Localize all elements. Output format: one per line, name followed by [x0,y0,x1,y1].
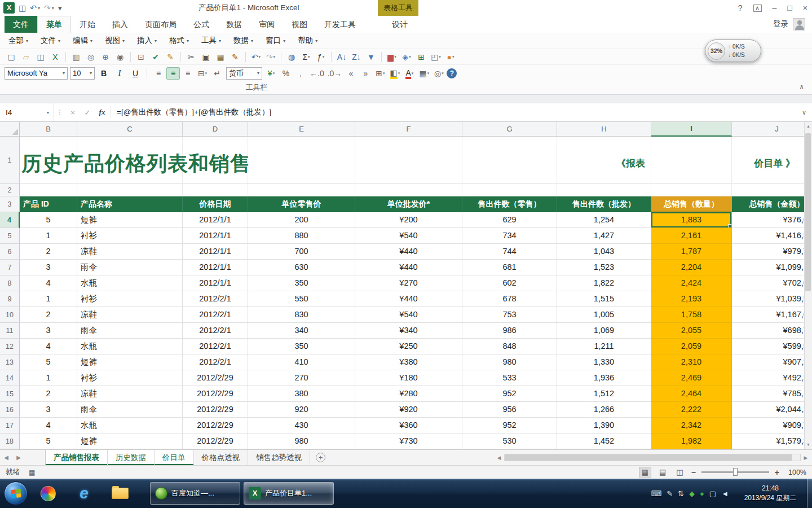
redo-icon[interactable]: ↷▾ [44,4,54,12]
page-break-view-icon[interactable]: ◫ [674,467,685,477]
horizontal-scroll-thumb[interactable] [505,454,792,461]
row-header-17[interactable]: 17 [0,418,20,433]
menu-item-4[interactable]: 插入▾ [131,33,163,49]
ribbon-tab-7[interactable]: 开发工具 [316,16,364,33]
zoom-slider[interactable] [701,471,769,473]
name-box[interactable]: I4 ▾ [0,103,54,121]
increase-indent-icon[interactable]: » [359,67,372,80]
scroll-left-icon[interactable]: ◀ [495,455,503,461]
cell-I9[interactable]: 2,193 [651,291,732,307]
horizontal-scrollbar[interactable]: ◀ ▶ [495,454,810,461]
cell-J12[interactable]: ¥599,550 [732,339,804,354]
cell-G2[interactable] [462,184,557,196]
cell-D11[interactable]: 2012/2/1 [183,323,248,339]
export-excel-icon[interactable]: X [48,51,62,63]
cell-H2[interactable] [557,184,651,196]
cell-H7[interactable]: 1,523 [557,260,651,275]
cell-D18[interactable]: 2012/2/29 [183,433,248,449]
cell-I17[interactable]: 2,342 [651,418,732,433]
menu-item-5[interactable]: 格式▾ [163,33,195,49]
sheet-tab-4[interactable]: 销售趋势透视 [248,450,310,465]
cell-C7[interactable]: 雨伞 [77,260,183,275]
cell-I11[interactable]: 2,055 [651,323,732,339]
cell-G6[interactable]: 744 [462,244,557,260]
cell-I8[interactable]: 2,424 [651,275,732,291]
cell-G11[interactable]: 986 [462,323,557,339]
cell-H13[interactable]: 1,330 [557,354,651,370]
cell-H1[interactable] [557,137,651,184]
row-header-9[interactable]: 9 [0,291,20,307]
find-icon[interactable]: ◉ [113,51,127,63]
cell-F7[interactable]: ¥440 [355,260,462,275]
ribbon-tab-1[interactable]: 插入 [104,16,136,33]
cell-G9[interactable]: 678 [462,291,557,307]
borders-icon[interactable]: ⊞▾ [373,67,387,80]
taskbar-window-1[interactable]: X产品价目单1... [244,482,334,505]
ink-icon[interactable]: ✎ [164,51,177,63]
cell-J6[interactable]: ¥979,720 [732,244,804,260]
paste-icon[interactable]: ▦ [214,51,227,63]
cell-G1[interactable] [462,137,557,184]
cell-G12[interactable]: 848 [462,339,557,354]
row-header-1[interactable]: 1 [0,137,20,184]
row-header-14[interactable]: 14 [0,370,20,386]
cell-B2[interactable] [20,184,77,196]
cell-H14[interactable]: 1,936 [557,370,651,386]
new-workbook-icon[interactable]: ▢ [5,51,18,63]
row-header-13[interactable]: 13 [0,354,20,370]
cell-F4[interactable]: ¥200 [355,212,462,228]
menu-item-9[interactable]: 帮助▾ [292,33,324,49]
comment-icon[interactable]: ●▾ [444,51,457,63]
cell-E14[interactable]: 270 [248,370,355,386]
cell-H5[interactable]: 1,427 [557,228,651,244]
cell-E7[interactable]: 630 [248,260,355,275]
cell-E8[interactable]: 350 [248,275,355,291]
sheet-nav-left-icon[interactable]: ◀ [0,450,12,465]
page-layout-view-icon[interactable]: ▤ [657,467,668,477]
row-header-7[interactable]: 7 [0,260,20,275]
cell-E16[interactable]: 920 [248,402,355,418]
cell-B4[interactable]: 5 [20,212,77,228]
taskbar-clock[interactable]: 21:48 2013/9/24 星期二 [736,484,804,503]
table-header-E3[interactable]: 单位零售价 [248,196,355,212]
expand-formula-bar-icon[interactable]: ∨ [796,109,812,116]
cell-F10[interactable]: ¥540 [355,307,462,323]
sheet-tab-1[interactable]: 历史数据 [108,450,155,465]
cell-J5[interactable]: ¥1,416,500 [732,228,804,244]
cell-E18[interactable]: 980 [248,433,355,449]
cell-J7[interactable]: ¥1,099,150 [732,260,804,275]
cell-E13[interactable]: 410 [248,354,355,370]
cell-G5[interactable]: 734 [462,228,557,244]
help-icon[interactable]: ? [738,3,743,12]
ribbon-tab-6[interactable]: 视图 [283,16,316,33]
cell-D4[interactable]: 2012/1/1 [183,212,248,228]
shapes-icon[interactable]: ◈▾ [400,51,413,63]
cell-C1[interactable] [77,137,183,184]
maximize-icon[interactable]: □ [787,3,792,12]
cell-B17[interactable]: 4 [20,418,77,433]
cell-C8[interactable]: 水瓶 [77,275,183,291]
cell-B1[interactable] [20,137,77,184]
internet-explorer-icon[interactable]: e [73,483,95,504]
cell-E4[interactable]: 200 [248,212,355,228]
cell-C6[interactable]: 凉鞋 [77,244,183,260]
ribbon-tab-4[interactable]: 数据 [218,16,250,33]
cell-I7[interactable]: 2,204 [651,260,732,275]
cell-C10[interactable]: 凉鞋 [77,307,183,323]
align-right-icon[interactable]: ≡ [181,67,195,80]
cell-G18[interactable]: 530 [462,433,557,449]
cell-D1[interactable] [183,137,248,184]
ribbon-tab-2[interactable]: 页面布局 [136,16,185,33]
cell-J15[interactable]: ¥785,120 [732,386,804,402]
display-icon[interactable]: ▢ [709,489,716,498]
minimize-icon[interactable]: – [773,3,777,12]
cell-H18[interactable]: 1,452 [557,433,651,449]
cell-J4[interactable]: ¥376,600 [732,212,804,228]
cell-F2[interactable] [355,184,462,196]
safety-ball-icon[interactable]: ● [700,489,704,498]
cell-E12[interactable]: 350 [248,339,355,354]
cell-I1[interactable] [651,137,732,184]
row-header-6[interactable]: 6 [0,244,20,260]
sort-descending-icon[interactable]: Z↓ [350,51,363,63]
cell-E6[interactable]: 700 [248,244,355,260]
